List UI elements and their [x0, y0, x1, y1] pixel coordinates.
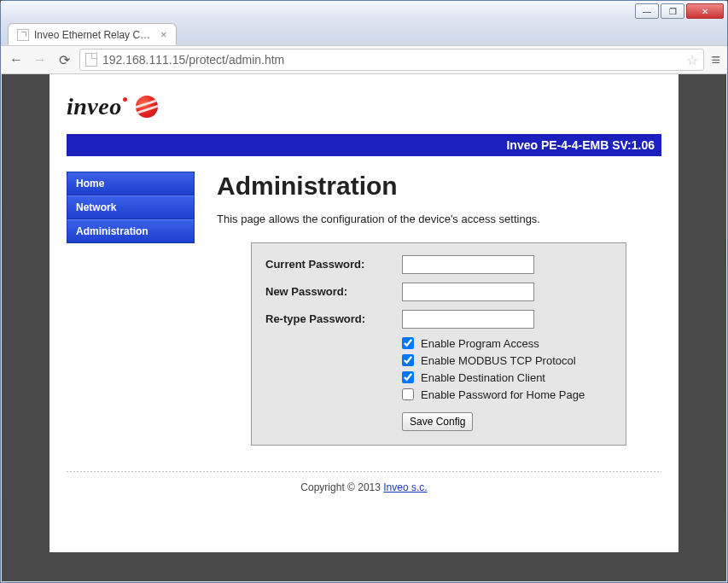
- checkbox-password-home[interactable]: [402, 388, 414, 400]
- label-new-password: New Password:: [265, 283, 402, 300]
- device-model-bar: Inveo PE-4-4-EMB SV:1.06: [67, 134, 661, 156]
- footer-divider: [67, 471, 661, 472]
- checkbox-modbus-tcp[interactable]: [402, 354, 414, 366]
- browser-window: — ❐ ✕ Inveo Ethernet Relay Cont × ← → ⟳ …: [0, 0, 728, 583]
- browser-toolbar: ← → ⟳ 192.168.111.15/protect/admin.htm ☆…: [1, 45, 727, 74]
- checkbox-program-access[interactable]: [402, 337, 414, 349]
- tab-close-icon[interactable]: ×: [160, 28, 167, 41]
- check-label: Enable Destination Client: [421, 372, 545, 383]
- main-column: Administration This page allows the conf…: [217, 172, 661, 446]
- check-modbus-tcp: Enable MODBUS TCP Protocol: [265, 354, 612, 366]
- input-new-password[interactable]: [402, 283, 534, 301]
- check-destination-client: Enable Destination Client: [265, 371, 612, 383]
- sidebar-item-administration[interactable]: Administration: [67, 219, 195, 243]
- footer-text: Copyright © 2013: [300, 481, 383, 493]
- page-icon: [85, 53, 97, 67]
- minimize-button[interactable]: —: [635, 3, 659, 19]
- check-label: Enable Password for Home Page: [421, 389, 585, 400]
- tab-strip: Inveo Ethernet Relay Cont ×: [1, 21, 727, 45]
- footer: Copyright © 2013 Inveo s.c.: [67, 481, 661, 495]
- sidebar-item-network[interactable]: Network: [67, 195, 195, 219]
- label-retype-password: Re-type Password:: [265, 310, 402, 327]
- admin-form: Current Password: New Password: Re-type …: [251, 242, 626, 446]
- maximize-button[interactable]: ❐: [661, 3, 684, 19]
- row-current-password: Current Password:: [265, 255, 612, 274]
- checkbox-destination-client[interactable]: [402, 371, 414, 383]
- save-config-button[interactable]: Save Config: [402, 412, 473, 431]
- footer-link[interactable]: Inveo s.c.: [383, 481, 427, 493]
- bookmark-star-icon[interactable]: ☆: [686, 52, 698, 68]
- window-titlebar: — ❐ ✕: [1, 1, 727, 21]
- input-current-password[interactable]: [402, 255, 534, 274]
- input-retype-password[interactable]: [402, 310, 534, 329]
- close-button[interactable]: ✕: [686, 3, 724, 19]
- label-current-password: Current Password:: [265, 255, 402, 272]
- check-label: Enable Program Access: [421, 338, 539, 349]
- browser-tab[interactable]: Inveo Ethernet Relay Cont ×: [8, 23, 177, 45]
- row-retype-password: Re-type Password:: [265, 310, 612, 329]
- page-intro: This page allows the configuration of th…: [217, 212, 661, 227]
- check-label: Enable MODBUS TCP Protocol: [421, 355, 576, 366]
- menu-icon[interactable]: ≡: [711, 51, 720, 69]
- sidebar-item-home[interactable]: Home: [67, 172, 195, 195]
- brand-logo: inveo: [67, 95, 661, 119]
- page-viewport: inveo Inveo PE-4-4-EMB SV:1.06 Home Netw…: [2, 74, 726, 581]
- brand-ball-icon: [136, 96, 158, 118]
- page-title: Administration: [217, 172, 661, 200]
- content-row: Home Network Administration Administrati…: [67, 172, 661, 446]
- address-text: 192.168.111.15/protect/admin.htm: [102, 53, 686, 67]
- address-bar[interactable]: 192.168.111.15/protect/admin.htm ☆: [79, 49, 704, 71]
- tab-title: Inveo Ethernet Relay Cont: [34, 29, 154, 41]
- forward-icon[interactable]: →: [32, 52, 49, 67]
- back-icon[interactable]: ←: [8, 52, 25, 67]
- brand-wordmark: inveo: [67, 95, 127, 119]
- row-new-password: New Password:: [265, 283, 612, 301]
- check-password-home: Enable Password for Home Page: [265, 388, 612, 400]
- reload-icon[interactable]: ⟳: [55, 52, 73, 68]
- sidebar: Home Network Administration: [67, 172, 195, 446]
- page-body: inveo Inveo PE-4-4-EMB SV:1.06 Home Netw…: [50, 74, 678, 552]
- check-program-access: Enable Program Access: [265, 337, 612, 349]
- page-favicon-icon: [17, 29, 29, 41]
